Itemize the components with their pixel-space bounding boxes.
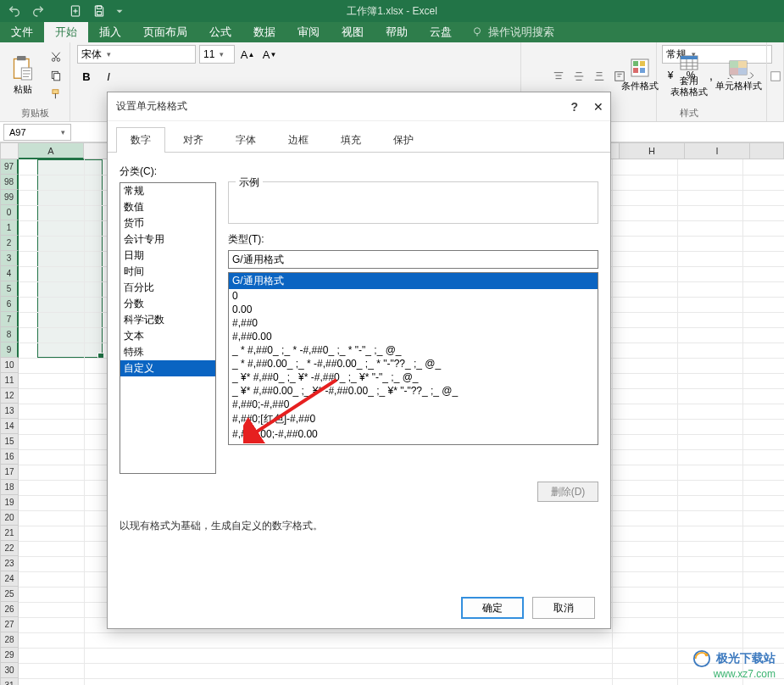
row-header[interactable]: 12: [0, 388, 19, 404]
paste-button[interactable]: 粘贴: [5, 54, 41, 96]
row-header[interactable]: 26: [0, 602, 19, 617]
type-item[interactable]: _ ¥* #,##0_ ;_ ¥* -#,##0_ ;_ ¥* "-"_ ;_ …: [229, 370, 598, 384]
row-header[interactable]: 27: [0, 617, 19, 632]
row-header[interactable]: 13: [0, 404, 19, 419]
row-header[interactable]: 15: [0, 434, 19, 449]
cancel-button[interactable]: 取消: [532, 597, 595, 619]
align-middle-button[interactable]: [570, 68, 587, 85]
qat-customize-button[interactable]: [114, 2, 125, 20]
tab-cloud[interactable]: 云盘: [419, 22, 463, 42]
dialog-tab-border[interactable]: 边框: [274, 127, 323, 153]
tab-view[interactable]: 视图: [331, 22, 375, 42]
category-list[interactable]: 常规数值货币会计专用日期时间百分比分数科学记数文本特殊自定义: [120, 182, 216, 474]
tab-home[interactable]: 开始: [44, 22, 88, 42]
italic-button[interactable]: I: [99, 67, 118, 86]
type-item[interactable]: _ * #,##0.00_ ;_ * -#,##0.00_ ;_ * "-"??…: [229, 357, 598, 370]
type-item[interactable]: _ * #,##0_ ;_ * -#,##0_ ;_ * "-"_ ;_ @_: [229, 343, 598, 357]
dialog-tab-fill[interactable]: 填充: [326, 127, 375, 153]
select-all-corner[interactable]: [0, 142, 19, 159]
tab-data[interactable]: 数据: [242, 22, 286, 42]
row-header[interactable]: 98: [0, 175, 19, 190]
row-header[interactable]: 29: [0, 648, 19, 663]
font-size-select[interactable]: 11 ▾: [199, 45, 235, 64]
row-header[interactable]: 97: [0, 159, 19, 175]
row-header[interactable]: 11: [0, 373, 19, 388]
category-item[interactable]: 文本: [120, 328, 215, 344]
copy-button[interactable]: [47, 67, 64, 84]
row-header[interactable]: 2: [0, 236, 19, 251]
save-button[interactable]: [90, 2, 108, 20]
type-list[interactable]: G/通用格式00.00#,##0#,##0.00_ * #,##0_ ;_ * …: [228, 272, 598, 445]
tab-page-layout[interactable]: 页面布局: [132, 22, 198, 42]
tab-review[interactable]: 审阅: [286, 22, 331, 42]
category-item[interactable]: 数值: [120, 199, 215, 215]
type-item[interactable]: #,##0;-#,##0: [229, 398, 598, 411]
type-item[interactable]: _ ¥* #,##0.00_ ;_ ¥* -#,##0.00_ ;_ ¥* "-…: [229, 384, 598, 398]
format-as-table-button[interactable]: 套用 表格格式: [666, 53, 712, 98]
row-header[interactable]: 10: [0, 358, 19, 373]
align-top-button[interactable]: [550, 68, 567, 85]
row-header[interactable]: 3: [0, 251, 19, 266]
row-header[interactable]: 1: [0, 220, 19, 236]
category-item[interactable]: 常规: [120, 183, 215, 199]
row-header[interactable]: 16: [0, 449, 19, 465]
type-item[interactable]: #,##0;[红色]-#,##0: [229, 411, 598, 427]
row-header[interactable]: 25: [0, 587, 19, 602]
align-bottom-button[interactable]: [591, 68, 608, 85]
row-header[interactable]: 20: [0, 510, 19, 526]
row-header[interactable]: 9: [0, 342, 19, 358]
redo-button[interactable]: [29, 2, 47, 20]
type-item[interactable]: #,##0.00;-#,##0.00: [229, 427, 598, 441]
tab-insert[interactable]: 插入: [88, 22, 132, 42]
col-header-i[interactable]: I: [685, 142, 750, 159]
conditional-formatting-button[interactable]: 条件格式: [617, 58, 663, 92]
tab-file[interactable]: 文件: [0, 22, 44, 42]
row-header[interactable]: 22: [0, 541, 19, 556]
category-item[interactable]: 货币: [120, 215, 215, 231]
category-item[interactable]: 日期: [120, 248, 215, 264]
row-header[interactable]: 19: [0, 495, 19, 510]
row-header[interactable]: 31: [0, 678, 19, 685]
type-input[interactable]: [228, 250, 598, 269]
row-header[interactable]: 0: [0, 205, 19, 220]
row-header[interactable]: 17: [0, 465, 19, 480]
row-header[interactable]: 21: [0, 526, 19, 541]
row-header[interactable]: 28: [0, 632, 19, 648]
tab-formulas[interactable]: 公式: [198, 22, 242, 42]
increase-font-button[interactable]: A▲: [238, 45, 257, 64]
ok-button[interactable]: 确定: [461, 597, 524, 619]
dialog-tab-number[interactable]: 数字: [116, 127, 165, 153]
type-item[interactable]: G/通用格式: [229, 273, 598, 289]
dialog-tab-protection[interactable]: 保护: [379, 127, 428, 153]
dialog-tab-alignment[interactable]: 对齐: [169, 127, 218, 153]
insert-cells-button[interactable]: [767, 68, 784, 85]
row-header[interactable]: 5: [0, 281, 19, 297]
category-item[interactable]: 自定义: [120, 360, 215, 376]
row-header[interactable]: 7: [0, 312, 19, 327]
row-header[interactable]: 24: [0, 571, 19, 587]
type-item[interactable]: #,##0: [229, 316, 598, 330]
col-header-h[interactable]: H: [620, 142, 685, 159]
category-item[interactable]: 时间: [120, 264, 215, 280]
delete-button[interactable]: 删除(D): [537, 482, 598, 502]
category-item[interactable]: 科学记数: [120, 312, 215, 328]
type-item[interactable]: 0: [229, 289, 598, 303]
row-header[interactable]: 18: [0, 480, 19, 495]
cut-button[interactable]: [47, 48, 64, 65]
col-header-end[interactable]: [750, 142, 784, 159]
row-header[interactable]: 4: [0, 266, 19, 281]
font-name-select[interactable]: 宋体 ▾: [77, 45, 196, 64]
tab-help[interactable]: 帮助: [375, 22, 419, 42]
row-header[interactable]: 8: [0, 327, 19, 342]
category-item[interactable]: 百分比: [120, 280, 215, 296]
col-header-a[interactable]: A: [19, 142, 84, 159]
row-header[interactable]: 23: [0, 556, 19, 571]
dialog-tab-font[interactable]: 字体: [221, 127, 270, 153]
category-item[interactable]: 会计专用: [120, 231, 215, 248]
row-header[interactable]: 14: [0, 419, 19, 434]
type-item[interactable]: 0.00: [229, 303, 598, 316]
format-painter-button[interactable]: [47, 86, 64, 103]
cell-styles-button[interactable]: 单元格样式: [715, 58, 761, 92]
dialog-close-button[interactable]: ✕: [593, 100, 603, 114]
category-item[interactable]: 特殊: [120, 344, 215, 360]
